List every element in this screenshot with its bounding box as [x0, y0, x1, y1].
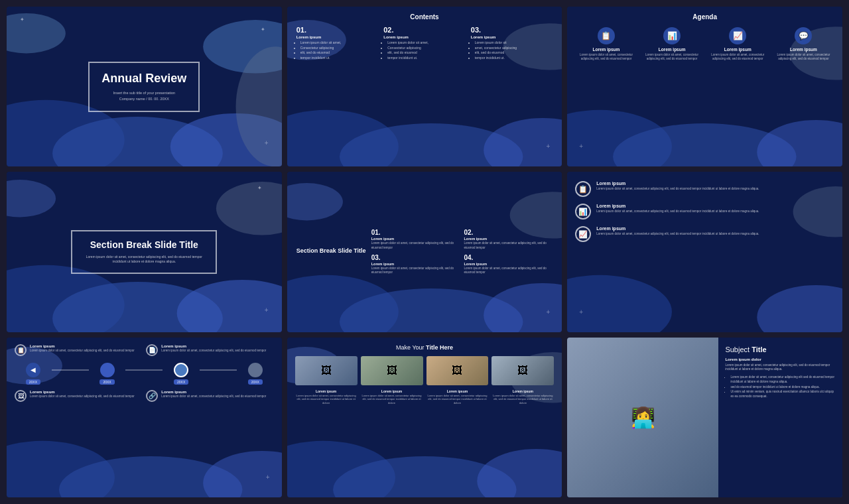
bullet-item: tempor incididunt ut. — [475, 56, 553, 61]
slide-9-image-area: 👩‍💻 — [567, 338, 718, 497]
s7-bot-item-2: 🔗 Lorem ipsum Lorem ipsum dolor sit amet… — [146, 390, 273, 403]
contents-num-1: 01. — [296, 26, 379, 34]
bullet-item: Lorem ipsum dolor sit — [475, 40, 553, 46]
s7-bot-item-1: 🖼 Lorem ipsum Lorem ipsum dolor sit amet… — [15, 390, 142, 403]
s8-img-4: 🖼 — [491, 356, 554, 385]
s5-num-2: 02. — [464, 229, 553, 236]
slide-7-bottom: 🖼 Lorem ipsum Lorem ipsum dolor sit amet… — [15, 390, 274, 403]
timeline-dot-3 — [174, 363, 188, 377]
s5-label-1: Lorem ipsum — [371, 237, 460, 241]
s6-title-1: Lorem ipsum — [596, 181, 759, 186]
agenda-icon-1: 📋 — [598, 27, 615, 44]
timeline-year-1: 20XX — [26, 379, 40, 385]
s7-bot-icon-2: 🔗 — [146, 390, 158, 402]
contents-label-2: Lorem ipsum — [383, 35, 466, 39]
contents-bullets-2: Lorem ipsum dolor sit amet, Consectetur … — [383, 40, 466, 60]
s7-bot-icon-1: 🖼 — [15, 390, 27, 402]
slide-7-timeline: + 📋 Lorem ipsum Lorem ipsum dolor sit am… — [7, 338, 282, 497]
s6-title-2: Lorem ipsum — [596, 204, 759, 208]
slide-8-images: 🖼 🖼 🖼 🖼 — [295, 356, 555, 385]
s8-caption-4: Lorem ipsum Lorem ipsum dolor sit amet, … — [491, 389, 554, 405]
s6-title-3: Lorem ipsum — [596, 226, 759, 231]
s7-card-icon-2: 📄 — [146, 344, 158, 356]
slide-1-meta: Company name / 00. 00. 20XX — [101, 96, 186, 101]
slide-8-make-title: Make Your Title Here 🖼 🖼 🖼 🖼 Lorem ip — [287, 338, 562, 497]
s6-body-2: Lorem ipsum dolor sit amet, consectetur … — [596, 210, 759, 214]
slide-9-text-area: Subject Title Lorem ipsum dolor Lorem ip… — [718, 338, 842, 497]
slide-8-captions: Lorem ipsum Lorem ipsum dolor sit amet, … — [295, 389, 555, 405]
timeline-node-2: 20XX — [89, 363, 126, 385]
slide-3-heading: Agenda — [575, 13, 834, 21]
contents-col-1: 01. Lorem ipsum Lorem ipsum dolor sit am… — [296, 26, 379, 60]
agenda-title-1: Lorem ipsum — [575, 47, 637, 52]
s8-caption-title-1: Lorem ipsum — [295, 389, 358, 393]
s6-body-1: Lorem ipsum dolor sit amet, consectetur … — [596, 187, 759, 191]
s8-img-1: 🖼 — [295, 356, 358, 385]
s7-top-title-1: Lorem ipsum — [30, 344, 135, 348]
s7-card-icon-1: 📋 — [15, 344, 27, 356]
contents-label-3: Lorem ipsum — [471, 35, 553, 39]
s8-img-3: 🖼 — [426, 356, 489, 385]
agenda-title-4: Lorem ipsum — [773, 47, 834, 52]
s7-bot-text-2: Lorem ipsum Lorem ipsum dolor sit amet, … — [161, 390, 266, 399]
s8-caption-text-2: Lorem ipsum dolor sit amet, consectetur … — [361, 394, 423, 405]
bullet-item: elit, sed do eiusmod — [475, 50, 553, 56]
slide-5-right: 01. Lorem ipsum Lorem ipsum dolor sit am… — [371, 178, 553, 325]
slide-8-heading: Make Your Title Here — [295, 344, 555, 351]
s6-item-1: 📋 Lorem ipsum Lorem ipsum dolor sit amet… — [575, 181, 834, 197]
s6-text-area-3: Lorem ipsum Lorem ipsum dolor sit amet, … — [596, 226, 759, 236]
s5-num-1: 01. — [371, 229, 460, 236]
agenda-item-4: 💬 Lorem ipsum Lorem ipsum dolor sit amet… — [773, 27, 834, 62]
slide-grid: ✦ ✦ + Annual Review Insert the sub title… — [7, 7, 842, 497]
agenda-text-2: Lorem ipsum dolor sit amet, consectetur … — [641, 53, 703, 62]
bullet-item: elit, sed do eiusmod — [387, 50, 466, 56]
slide-4-section-break: ✦ + Section Break Slide Title Lorem ipsu… — [7, 172, 282, 332]
slide-2-content: Contents 01. Lorem ipsum Lorem ipsum dol… — [287, 7, 562, 166]
s7-bot-body-2: Lorem ipsum dolor sit amet, consectetur … — [161, 395, 266, 399]
timeline-line — [200, 369, 237, 371]
s8-caption-3: Lorem ipsum Lorem ipsum dolor sit amet, … — [426, 389, 489, 405]
bullet-item: tempor incididunt ut. — [387, 56, 466, 61]
agenda-text-1: Lorem ipsum dolor sit amet, consectetur … — [575, 53, 637, 62]
slide-1-title: Annual Review — [101, 72, 186, 86]
s7-top-item-2: 📄 Lorem ipsum Lorem ipsum dolor sit amet… — [146, 344, 273, 357]
s6-text-area-1: Lorem ipsum Lorem ipsum dolor sit amet, … — [596, 181, 759, 191]
s6-icon-1: 📋 — [575, 181, 591, 197]
s8-caption-2: Lorem ipsum Lorem ipsum dolor sit amet, … — [361, 389, 423, 405]
slide-1-annual-review: ✦ ✦ + Annual Review Insert the sub title… — [7, 7, 282, 166]
timeline-node-1: ◀ 20XX — [15, 363, 52, 385]
s5-num-3: 03. — [371, 254, 460, 261]
s7-bot-text-1: Lorem ipsum Lorem ipsum dolor sit amet, … — [30, 390, 135, 399]
timeline-line — [125, 369, 163, 371]
slide-9-subject-title: 👩‍💻 Subject Title Lorem ipsum dolor Lore… — [567, 338, 842, 497]
s8-img-placeholder-3: 🖼 — [426, 356, 489, 385]
s7-top-text-2: Lorem ipsum Lorem ipsum dolor sit amet, … — [161, 344, 266, 353]
slide-9-body: Lorem ipsum dolor sit amet, consectetur … — [725, 363, 836, 373]
s7-bot-body-1: Lorem ipsum dolor sit amet, consectetur … — [30, 395, 135, 399]
bullet-item: tempor incididunt ut. — [300, 56, 379, 61]
s8-caption-text-1: Lorem ipsum dolor sit amet, consectetur … — [295, 394, 358, 405]
slide-3-items: 📋 Lorem ipsum Lorem ipsum dolor sit amet… — [575, 27, 834, 62]
bullet-item: Consectetur adipiscing — [387, 46, 466, 51]
contents-col-2: 02. Lorem ipsum Lorem ipsum dolor sit am… — [383, 26, 466, 60]
slide-4-box: Section Break Slide Title Lorem ipsum do… — [71, 230, 217, 274]
contents-num-3: 03. — [471, 26, 553, 34]
agenda-item-1: 📋 Lorem ipsum Lorem ipsum dolor sit amet… — [575, 27, 637, 62]
s9-title-regular: Subject — [725, 346, 750, 353]
agenda-icon-2: 📊 — [663, 27, 681, 44]
contents-bullets-1: Lorem ipsum dolor sit amet, Consectetur … — [296, 40, 379, 60]
s6-text-area-2: Lorem ipsum Lorem ipsum dolor sit amet, … — [596, 204, 759, 214]
slide-9-content: 👩‍💻 Subject Title Lorem ipsum dolor Lore… — [567, 338, 842, 497]
bullet-item: Lorem ipsum dolor sit amet, — [387, 40, 466, 46]
s5-label-4: Lorem ipsum — [464, 262, 553, 266]
bullet-item: elit, sed do eiusmod — [300, 50, 379, 56]
slide-4-content: Section Break Slide Title Lorem ipsum do… — [7, 172, 282, 332]
s7-bot-title-1: Lorem ipsum — [30, 390, 135, 394]
bullet-item: Lorem ipsum dolor sit amet, consectetur … — [730, 375, 836, 384]
s5-num-4: 04. — [464, 254, 553, 261]
s6-icon-2: 📊 — [575, 204, 591, 220]
bullet-item: Consectetur adipiscing — [300, 46, 379, 51]
agenda-text-3: Lorem ipsum dolor sit amet, consectetur … — [707, 53, 769, 62]
s8-title-regular: Make Your — [396, 344, 424, 351]
s6-item-3: 📈 Lorem ipsum Lorem ipsum dolor sit amet… — [575, 226, 834, 242]
